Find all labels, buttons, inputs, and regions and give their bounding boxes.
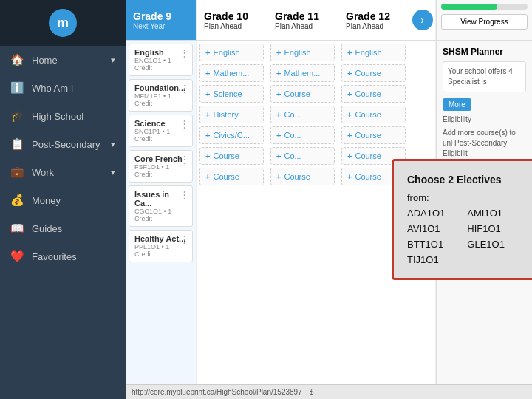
grade11-title: Grade 11 — [275, 10, 330, 22]
electives-popup: Choose 2 Electives from: ADA1O1AVI1O1BTT… — [392, 159, 532, 280]
course-options-icon[interactable]: ⋮ — [180, 47, 189, 58]
add-course-label: Mathem... — [213, 69, 249, 78]
dollar-icon: $ — [310, 388, 314, 396]
add-course-label: Science — [213, 89, 242, 98]
sidebar-item-high-school[interactable]: 🎓 High School — [0, 102, 126, 130]
add-courses-text: Add more course(s) to unl Post-Secondary… — [443, 128, 526, 159]
sidebar-label-home: Home — [32, 55, 58, 66]
work-icon: 💼 — [10, 166, 24, 179]
course-code: MFM1P1 • 1 Credit — [134, 92, 187, 107]
popup-course-option: ADA1O1 — [407, 206, 445, 222]
grade10-header[interactable]: Grade 10 Plan Ahead — [197, 0, 267, 40]
course-options-icon[interactable]: ⋮ — [180, 83, 189, 94]
add-course-button[interactable]: +Science — [200, 85, 264, 103]
guides-icon: 📖 — [10, 222, 24, 235]
grade9-title: Grade 9 — [133, 10, 188, 22]
sidebar-item-who-am-i[interactable]: ℹ️ Who Am I — [0, 74, 126, 102]
grade11-column: +English+Mathem...+Course+Co...+Co...+Co… — [267, 41, 338, 399]
course-card[interactable]: ⋮ English ENG1O1 • 1 Credit — [129, 44, 193, 76]
add-course-button[interactable]: +History — [200, 106, 264, 123]
add-course-button[interactable]: +Course — [341, 64, 406, 82]
add-course-label: History — [213, 110, 238, 119]
course-card[interactable]: ⋮ Science SNC1P1 • 1 Credit — [129, 115, 193, 147]
course-code: ENG1O1 • 1 Credit — [134, 57, 187, 72]
view-progress-button[interactable]: View Progress — [441, 14, 528, 30]
course-card[interactable]: ⋮ Foundation... MFM1P1 • 1 Credit — [129, 79, 193, 112]
post-secondary-icon: 📋 — [10, 137, 24, 151]
course-card[interactable]: ⋮ Issues in Ca... CGC1O1 • 1 Credit — [129, 185, 193, 227]
add-course-button[interactable]: +Co... — [270, 147, 335, 165]
plus-icon: + — [347, 110, 352, 119]
sidebar-item-money[interactable]: 💰 Money — [0, 186, 126, 214]
work-chevron-icon: ▾ — [111, 168, 115, 177]
sidebar-item-post-secondary[interactable]: 📋 Post-Secondary ▾ — [0, 130, 126, 158]
sidebar-item-favourites[interactable]: ❤️ Favourites — [0, 242, 126, 270]
sidebar-label-high-school: High School — [32, 111, 83, 122]
popup-subtitle: from: — [407, 191, 532, 206]
add-course-button[interactable]: +Course — [200, 147, 264, 165]
add-course-button[interactable]: +Civics/C... — [200, 126, 264, 144]
course-code: SNC1P1 • 1 Credit — [134, 128, 187, 143]
sidebar-item-home[interactable]: 🏠 Home ▾ — [0, 46, 126, 74]
add-course-button[interactable]: +Co... — [270, 106, 335, 123]
course-options-icon[interactable]: ⋮ — [180, 154, 189, 165]
add-course-label: Course — [355, 69, 381, 78]
add-course-button[interactable]: +Course — [270, 168, 335, 185]
add-course-button[interactable]: +Mathem... — [270, 64, 335, 82]
add-course-button[interactable]: +Course — [341, 126, 406, 144]
favourites-icon: ❤️ — [10, 250, 24, 263]
add-course-label: Mathem... — [284, 69, 320, 78]
who-am-i-icon: ℹ️ — [10, 81, 24, 95]
plus-icon: + — [347, 69, 352, 78]
popup-course-option: HIF1O1 — [467, 222, 505, 237]
course-options-icon[interactable]: ⋮ — [180, 118, 189, 129]
plus-icon: + — [347, 172, 352, 181]
course-card[interactable]: ⋮ Core French FSF1O1 • 1 Credit — [129, 150, 193, 183]
grade9-column: ⋮ English ENG1O1 • 1 Credit ⋮ Foundation… — [126, 41, 197, 399]
learn-more-button[interactable]: More — [443, 98, 471, 111]
home-icon: 🏠 — [10, 53, 24, 66]
grade11-header[interactable]: Grade 11 Plan Ahead — [267, 0, 338, 40]
grade-header: Grade 9 Next Year Grade 10 Plan Ahead Gr… — [126, 0, 532, 41]
add-course-button[interactable]: +Mathem... — [200, 64, 264, 82]
grade9-header[interactable]: Grade 9 Next Year — [126, 0, 197, 40]
add-course-label: English — [284, 48, 310, 57]
add-course-label: Course — [355, 172, 381, 181]
plus-icon: + — [276, 110, 281, 119]
add-course-label: Civics/C... — [213, 131, 250, 140]
add-course-label: English — [355, 48, 381, 57]
add-course-button[interactable]: +Course — [341, 106, 406, 123]
popup-course-option: AMI1O1 — [467, 206, 505, 222]
grade12-title: Grade 12 — [346, 10, 401, 22]
add-course-button[interactable]: +English — [270, 44, 335, 61]
sidebar-label-who-am-i: Who Am I — [32, 83, 73, 94]
grade11-sub: Plan Ahead — [275, 22, 330, 30]
grade12-sub: Plan Ahead — [346, 22, 401, 30]
add-course-label: Course — [355, 110, 381, 119]
shsm-description: Your school offers 4 Specialist ls — [443, 61, 526, 92]
add-course-button[interactable]: +English — [341, 44, 406, 61]
add-course-button[interactable]: +Course — [270, 85, 335, 103]
plus-icon: + — [205, 131, 210, 140]
sidebar-item-work[interactable]: 💼 Work ▾ — [0, 158, 126, 186]
grade12-header[interactable]: Grade 12 Plan Ahead — [338, 0, 409, 40]
plus-icon: + — [347, 151, 352, 160]
course-card[interactable]: ⋮ Healthy Act... PPL1O1 • 1 Credit — [129, 230, 193, 262]
sidebar-item-guides[interactable]: 📖 Guides — [0, 214, 126, 242]
plus-icon: + — [276, 69, 281, 78]
grade10-sub: Plan Ahead — [204, 22, 259, 30]
add-course-button[interactable]: +Course — [341, 85, 406, 103]
plus-icon: + — [276, 172, 281, 181]
sidebar-label-money: Money — [32, 195, 61, 206]
add-course-button[interactable]: +English — [200, 44, 264, 61]
add-course-button[interactable]: +Co... — [270, 126, 335, 144]
course-options-icon[interactable]: ⋮ — [180, 233, 189, 245]
add-course-label: Course — [355, 151, 381, 160]
plus-icon: + — [205, 89, 210, 98]
add-course-button[interactable]: +Course — [200, 168, 264, 185]
next-grade-button[interactable]: › — [412, 10, 433, 30]
plus-icon: + — [347, 48, 352, 57]
home-chevron-icon: ▾ — [111, 55, 115, 65]
course-options-icon[interactable]: ⋮ — [180, 189, 189, 200]
plus-icon: + — [205, 48, 210, 57]
